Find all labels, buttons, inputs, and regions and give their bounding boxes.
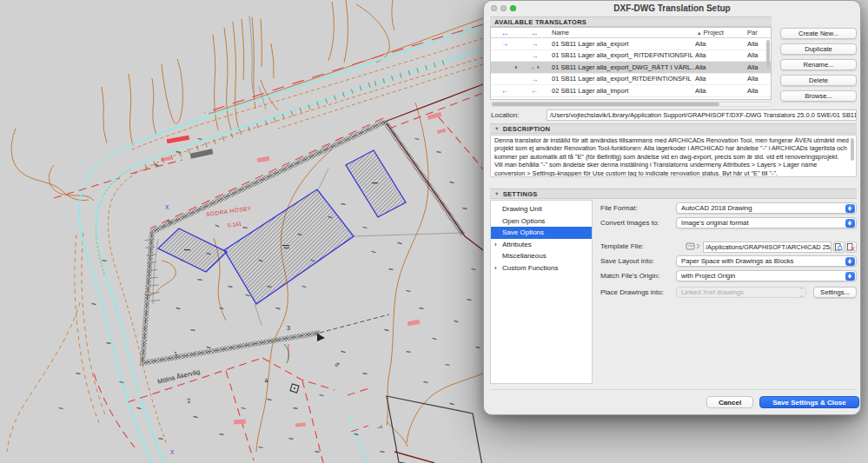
available-translators-header: AVAILABLE TRANSLATORS [490, 17, 772, 27]
disclosure-triangle-icon[interactable]: ▼ [494, 191, 500, 196]
label-x-marker-2: X [170, 449, 175, 455]
footer-divider [490, 389, 857, 390]
settings-section-header[interactable]: ▼ SETTINGS [490, 189, 857, 199]
translator-project: Alla [695, 63, 747, 71]
match-origin-label: Match File's Origin: [600, 270, 659, 281]
stepper-icon[interactable] [845, 204, 855, 213]
column-header-open-direction[interactable]: ↔ [491, 29, 519, 37]
chevron-right-icon: › [537, 63, 540, 71]
minimize-window-icon[interactable] [500, 5, 507, 11]
file-format-select[interactable]: AutoCAD 2018 Drawing [676, 202, 857, 214]
xref-settings-button[interactable]: Settings... [813, 287, 857, 298]
stepper-icon[interactable] [845, 219, 855, 228]
translator-project: Alla [695, 87, 747, 95]
available-translators-title: AVAILABLE TRANSLATORS [494, 18, 586, 26]
translator-name: 01 SB11 Lager alla_export_DWG_RÄTT I VÄR… [550, 63, 695, 71]
table-row-selected[interactable]: › →› 01 SB11 Lager alla_export_DWG_RÄTT … [491, 62, 771, 74]
location-path-field[interactable]: /Users/vojtechslavik/Library/Application… [547, 109, 857, 121]
table-vertical-scrollbar[interactable] [766, 40, 770, 68]
table-horizontal-scrollbar[interactable] [490, 102, 772, 107]
duplicate-button[interactable]: Duplicate [780, 43, 857, 55]
location-label: Location: [491, 111, 519, 119]
cancel-button[interactable]: Cancel [706, 396, 753, 408]
nav-item-attributes[interactable]: ›Attributes [491, 239, 592, 251]
template-file-label: Template File: [600, 241, 644, 252]
description-section-header[interactable]: ▼ DESCRIPTION [490, 123, 857, 134]
save-arrow-icon: → [531, 39, 539, 48]
translators-table[interactable]: ↔ ↔ Name ▲Project Par → → 01 SB11 Lager … [490, 27, 772, 100]
stepper-icon[interactable] [845, 272, 855, 281]
table-row[interactable]: → 01 SB11 Lager alla_export_ RITDEFINTIO… [491, 50, 771, 63]
save-arrow-icon: → [531, 75, 539, 83]
label-x-marker-1: X [165, 204, 169, 210]
nav-item-miscellaneous[interactable]: Miscellaneous [491, 250, 592, 262]
window-controls[interactable] [491, 5, 516, 11]
stepper-icon[interactable] [845, 257, 855, 266]
open-arrow-icon: → [501, 39, 509, 48]
translator-actions: Create New... Duplicate Rename... Delete… [780, 28, 857, 102]
save-settings-close-button[interactable]: Save Settings & Close [759, 396, 859, 408]
disclosure-triangle-icon[interactable]: ▼ [494, 126, 500, 131]
nav-item-save-options[interactable]: Save Options [491, 227, 592, 239]
close-window-icon[interactable] [491, 5, 497, 11]
sort-ascending-icon: ▲ [697, 30, 701, 36]
match-origin-select[interactable]: with Project Origin [676, 270, 857, 281]
settings-title: SETTINGS [503, 190, 538, 198]
save-layout-select[interactable]: Paper Space with Drawings as Blocks [676, 255, 857, 267]
template-clear-icon[interactable] [845, 241, 857, 253]
nav-item-custom-functions[interactable]: ›Custom Functions [491, 262, 592, 274]
translator-name: 01 SB11 Lager alla_export_RITDEFINTIONSF… [550, 75, 695, 83]
description-text-area[interactable]: Denna translator är inställd för att anv… [490, 135, 857, 177]
template-file-field[interactable]: /Applications/GRAPHISOFT/ARCHICAD 25/De [703, 241, 832, 253]
create-new-button[interactable]: Create New... [780, 28, 857, 39]
convert-images-label: Convert Images to: [600, 217, 659, 228]
zoom-window-icon[interactable] [510, 5, 516, 11]
translator-name: 02 SB11 Lager alla_import [550, 87, 695, 95]
save-arrow-icon: ← [531, 86, 539, 95]
save-arrow-icon: → [531, 51, 539, 60]
dxf-dwg-translation-setup-dialog: DXF-DWG Translation Setup AVAILABLE TRAN… [483, 0, 861, 415]
translators-table-header[interactable]: ↔ ↔ Name ▲Project Par [491, 28, 771, 38]
table-row[interactable]: ← ← 02 SB11 Lager alla_import Alla Alla [491, 85, 771, 97]
description-title: DESCRIPTION [503, 125, 551, 133]
translator-project: Alla [695, 51, 747, 59]
chevron-right-icon: › [515, 63, 518, 71]
translator-name: 01 SB11 Lager alla_export [550, 40, 695, 48]
place-drawings-label: Place Drawings into: [600, 287, 664, 298]
nav-item-open-options[interactable]: Open Options [491, 215, 592, 228]
column-header-name[interactable]: Name [550, 29, 695, 36]
description-scrollbar[interactable] [851, 138, 854, 161]
stepper-icon: ⌃⌄ [799, 288, 804, 298]
description-paragraph: Denna translator är inställd för att anv… [494, 136, 849, 177]
place-drawings-select-disabled: Linked Xref drawings ⌃⌄ [676, 287, 806, 298]
file-format-label: File Format: [600, 202, 638, 214]
rename-button[interactable]: Rename... [780, 59, 857, 70]
browse-button[interactable]: Browse... [780, 90, 857, 102]
column-header-project[interactable]: ▲Project [695, 29, 747, 36]
column-header-save-direction[interactable]: ↔ [519, 29, 550, 37]
template-browse-icon[interactable] [833, 241, 845, 253]
column-header-par[interactable]: Par [747, 29, 771, 36]
save-layout-label: Save Layout into: [600, 255, 654, 267]
screenshot-root: SÖDRA HÖSBY 5:141 Mölna Åkerväg 1 2 3 4 … [0, 0, 868, 463]
open-arrow-icon: ← [501, 86, 509, 95]
chevron-right-icon[interactable]: › [494, 239, 497, 251]
translator-par: Alla [747, 87, 771, 95]
scrollbar-thumb[interactable] [492, 103, 719, 106]
dialog-titlebar[interactable]: DXF-DWG Translation Setup [484, 1, 860, 16]
save-arrow-icon: → [528, 63, 536, 71]
table-row[interactable]: → → 01 SB11 Lager alla_export Alla Alla [491, 38, 771, 50]
label-point-3: 3 [287, 325, 290, 331]
settings-nav: Drawing Unit Open Options Save Options ›… [490, 200, 593, 384]
translator-project: Alla [695, 75, 747, 83]
dialog-title: DXF-DWG Translation Setup [613, 3, 730, 13]
translator-name: 01 SB11 Lager alla_export_ RITDEFINTIONS… [550, 51, 695, 59]
chevron-right-icon[interactable]: › [494, 262, 497, 274]
delete-button[interactable]: Delete [780, 75, 857, 86]
nav-item-drawing-unit[interactable]: Drawing Unit [491, 203, 592, 215]
table-row[interactable]: → 01 SB11 Lager alla_export_RITDEFINTION… [491, 74, 771, 86]
convert-images-select[interactable]: Image's original format [676, 217, 857, 228]
template-attach-icon[interactable] [686, 241, 700, 251]
translator-par: Alla [747, 75, 771, 83]
translator-project: Alla [695, 40, 747, 48]
